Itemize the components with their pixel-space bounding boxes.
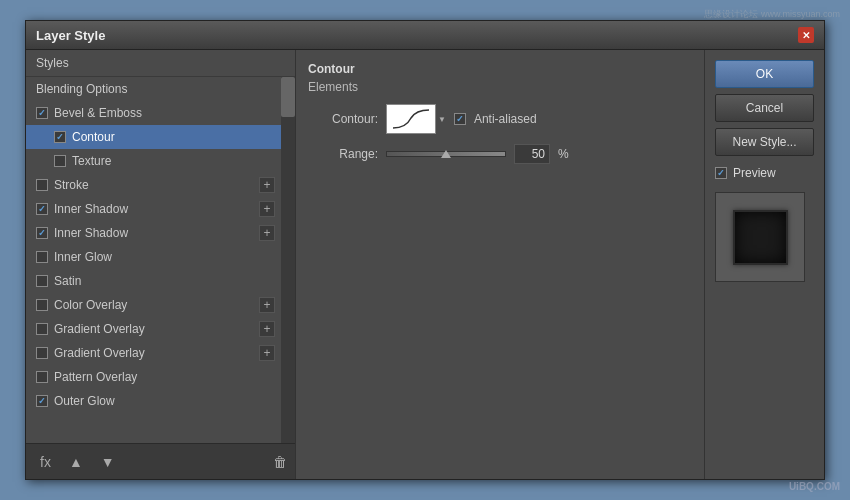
watermark-top: 思缘设计论坛 www.missyuan.com — [704, 8, 840, 21]
cancel-button[interactable]: Cancel — [715, 94, 814, 122]
bevel-emboss-checkbox[interactable] — [36, 107, 48, 119]
satin-label: Satin — [54, 274, 81, 288]
blending-options-label: Blending Options — [36, 82, 127, 96]
anti-alias-label: Anti-aliased — [474, 112, 537, 126]
gradient-overlay-2-add-button[interactable]: + — [259, 345, 275, 361]
close-button[interactable]: ✕ — [798, 27, 814, 43]
color-overlay-checkbox[interactable] — [36, 299, 48, 311]
ok-button[interactable]: OK — [715, 60, 814, 88]
outer-glow-label: Outer Glow — [54, 394, 115, 408]
sidebar-item-texture[interactable]: Texture — [26, 149, 295, 173]
inner-shadow-1-checkbox[interactable] — [36, 203, 48, 215]
styles-scrollbar[interactable] — [281, 77, 295, 443]
contour-checkbox[interactable] — [54, 131, 66, 143]
range-unit-label: % — [558, 147, 569, 161]
right-panel: OK Cancel New Style... Preview — [704, 50, 824, 479]
outer-glow-checkbox[interactable] — [36, 395, 48, 407]
texture-label: Texture — [72, 154, 111, 168]
dialog-body: Styles Blending Options Bevel & Emboss C… — [26, 50, 824, 479]
range-input[interactable] — [514, 144, 550, 164]
range-slider-container: % — [386, 144, 569, 164]
section-subtitle: Elements — [308, 80, 692, 94]
sidebar-item-stroke[interactable]: Stroke + — [26, 173, 295, 197]
sidebar-item-contour[interactable]: Contour — [26, 125, 295, 149]
sidebar-item-bevel-emboss[interactable]: Bevel & Emboss — [26, 101, 295, 125]
sidebar-item-gradient-overlay-2[interactable]: Gradient Overlay + — [26, 341, 295, 365]
range-slider-thumb[interactable] — [441, 150, 451, 158]
contour-field-label: Contour: — [308, 112, 378, 126]
sidebar-item-inner-glow[interactable]: Inner Glow — [26, 245, 295, 269]
sidebar-item-blending-options[interactable]: Blending Options — [26, 77, 295, 101]
range-option-row: Range: % — [308, 144, 692, 164]
sidebar-item-inner-shadow-1[interactable]: Inner Shadow + — [26, 197, 295, 221]
section-title: Contour — [308, 62, 692, 76]
gradient-overlay-2-label: Gradient Overlay — [54, 346, 145, 360]
range-slider-track[interactable] — [386, 151, 506, 157]
preview-label: Preview — [733, 166, 776, 180]
preview-canvas — [715, 192, 805, 282]
styles-panel-header: Styles — [26, 50, 295, 77]
stroke-checkbox[interactable] — [36, 179, 48, 191]
inner-shadow-1-add-button[interactable]: + — [259, 201, 275, 217]
styles-list: Blending Options Bevel & Emboss Contour … — [26, 77, 295, 443]
stroke-add-button[interactable]: + — [259, 177, 275, 193]
new-style-button[interactable]: New Style... — [715, 128, 814, 156]
dialog-title: Layer Style — [36, 28, 105, 43]
preview-inner-square — [733, 210, 788, 265]
inner-shadow-2-checkbox[interactable] — [36, 227, 48, 239]
pattern-overlay-checkbox[interactable] — [36, 371, 48, 383]
styles-panel-footer: fx ▲ ▼ 🗑 — [26, 443, 295, 479]
gradient-overlay-1-checkbox[interactable] — [36, 323, 48, 335]
gradient-overlay-2-checkbox[interactable] — [36, 347, 48, 359]
contour-label: Contour — [72, 130, 115, 144]
styles-panel: Styles Blending Options Bevel & Emboss C… — [26, 50, 296, 479]
inner-glow-checkbox[interactable] — [36, 251, 48, 263]
bevel-emboss-label: Bevel & Emboss — [54, 106, 142, 120]
watermark-bottom: UiBQ.COM — [789, 481, 840, 492]
fx-button[interactable]: fx — [34, 452, 57, 472]
satin-checkbox[interactable] — [36, 275, 48, 287]
color-overlay-label: Color Overlay — [54, 298, 127, 312]
texture-checkbox[interactable] — [54, 155, 66, 167]
preview-section: Preview — [715, 166, 814, 180]
contour-option-row: Contour: ▼ Anti-aliased — [308, 104, 692, 134]
stroke-label: Stroke — [54, 178, 89, 192]
pattern-overlay-label: Pattern Overlay — [54, 370, 137, 384]
gradient-overlay-1-add-button[interactable]: + — [259, 321, 275, 337]
contour-dropdown[interactable]: ▼ — [386, 104, 446, 134]
gradient-overlay-1-label: Gradient Overlay — [54, 322, 145, 336]
sidebar-item-gradient-overlay-1[interactable]: Gradient Overlay + — [26, 317, 295, 341]
move-down-button[interactable]: ▼ — [95, 452, 121, 472]
sidebar-item-pattern-overlay[interactable]: Pattern Overlay — [26, 365, 295, 389]
sidebar-item-satin[interactable]: Satin — [26, 269, 295, 293]
preview-checkbox[interactable] — [715, 167, 727, 179]
move-up-button[interactable]: ▲ — [63, 452, 89, 472]
inner-shadow-1-label: Inner Shadow — [54, 202, 128, 216]
range-field-label: Range: — [308, 147, 378, 161]
delete-button[interactable]: 🗑 — [273, 454, 287, 470]
options-panel: Contour Elements Contour: ▼ Anti-aliased — [296, 50, 704, 479]
sidebar-item-inner-shadow-2[interactable]: Inner Shadow + — [26, 221, 295, 245]
inner-shadow-2-add-button[interactable]: + — [259, 225, 275, 241]
contour-preview[interactable] — [386, 104, 436, 134]
inner-shadow-2-label: Inner Shadow — [54, 226, 128, 240]
anti-alias-checkbox[interactable] — [454, 113, 466, 125]
sidebar-item-color-overlay[interactable]: Color Overlay + — [26, 293, 295, 317]
layer-style-dialog: Layer Style ✕ Styles Blending Options Be… — [25, 20, 825, 480]
dialog-titlebar: Layer Style ✕ — [26, 21, 824, 50]
contour-dropdown-arrow: ▼ — [438, 115, 446, 124]
inner-glow-label: Inner Glow — [54, 250, 112, 264]
sidebar-item-outer-glow[interactable]: Outer Glow — [26, 389, 295, 413]
color-overlay-add-button[interactable]: + — [259, 297, 275, 313]
scrollbar-thumb[interactable] — [281, 77, 295, 117]
